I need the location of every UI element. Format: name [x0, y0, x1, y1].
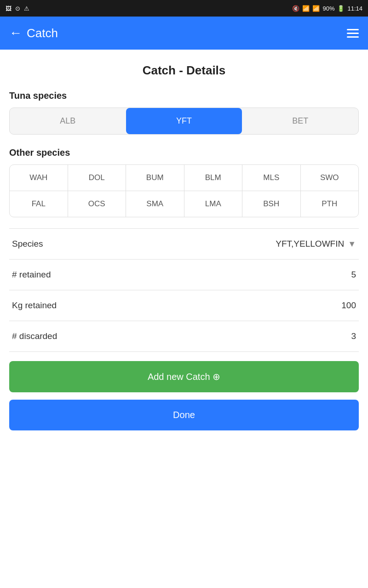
mute-icon: 🔇 — [292, 5, 299, 12]
tuna-option-alb[interactable]: ALB — [10, 108, 126, 134]
image-icon: 🖼 — [6, 5, 12, 12]
status-bar-left: 🖼 ⊙ ⚠ — [6, 5, 29, 12]
app-bar-title: Catch — [27, 26, 58, 40]
retained-count-label: # retained — [12, 270, 51, 280]
species-ocs[interactable]: OCS — [68, 191, 126, 217]
signal-icon: 📶 — [312, 5, 320, 12]
species-label: Species — [12, 239, 43, 249]
other-species-grid: WAH DOL BUM BLM MLS SWO FAL OCS SMA LMA … — [9, 164, 359, 217]
retained-count-row[interactable]: # retained 5 — [9, 260, 359, 290]
species-mls[interactable]: MLS — [242, 165, 301, 191]
other-species-label: Other species — [9, 147, 359, 158]
target-icon: ⊙ — [15, 5, 20, 12]
tuna-species-label: Tuna species — [9, 90, 359, 101]
battery-label: 90% — [322, 5, 334, 12]
species-pth[interactable]: PTH — [301, 191, 359, 217]
species-bsh[interactable]: BSH — [242, 191, 301, 217]
kg-retained-label: Kg retained — [12, 300, 57, 311]
detail-section: Species YFT,YELLOWFIN ▼ # retained 5 Kg … — [9, 228, 359, 352]
species-row-2: FAL OCS SMA LMA BSH PTH — [10, 191, 358, 217]
species-wah[interactable]: WAH — [10, 165, 68, 191]
discarded-count-label: # discarded — [12, 331, 57, 341]
back-button[interactable]: ← — [9, 26, 22, 40]
add-new-catch-button[interactable]: Add new Catch ⊕ — [9, 361, 359, 392]
app-bar: ← Catch — [0, 17, 368, 50]
warning-icon: ⚠ — [24, 5, 29, 12]
hamburger-menu-button[interactable] — [347, 29, 359, 38]
species-selected-value: YFT,YELLOWFIN — [276, 239, 344, 249]
main-content: Catch - Details Tuna species ALB YFT BET… — [0, 50, 368, 352]
species-detail-row[interactable]: Species YFT,YELLOWFIN ▼ — [9, 229, 359, 260]
done-button[interactable]: Done — [9, 400, 359, 430]
discarded-count-value: 3 — [351, 331, 356, 341]
battery-icon: 🔋 — [337, 5, 345, 12]
kg-retained-row[interactable]: Kg retained 100 — [9, 290, 359, 321]
wifi-icon: 📶 — [302, 5, 310, 12]
buttons-section: Add new Catch ⊕ Done — [0, 352, 368, 444]
species-lma[interactable]: LMA — [184, 191, 243, 217]
status-bar: 🖼 ⊙ ⚠ 🔇 📶 📶 90% 🔋 11:14 — [0, 0, 368, 17]
species-sma[interactable]: SMA — [126, 191, 184, 217]
species-swo[interactable]: SWO — [301, 165, 359, 191]
species-bum[interactable]: BUM — [126, 165, 184, 191]
discarded-count-row[interactable]: # discarded 3 — [9, 321, 359, 352]
species-fal[interactable]: FAL — [10, 191, 68, 217]
retained-count-value: 5 — [351, 270, 356, 280]
time-label: 11:14 — [347, 5, 362, 12]
species-value[interactable]: YFT,YELLOWFIN ▼ — [276, 239, 356, 249]
species-blm[interactable]: BLM — [184, 165, 243, 191]
tuna-option-bet[interactable]: BET — [242, 108, 358, 134]
species-row-1: WAH DOL BUM BLM MLS SWO — [10, 165, 358, 191]
species-dropdown-arrow: ▼ — [348, 239, 356, 249]
status-bar-right: 🔇 📶 📶 90% 🔋 11:14 — [292, 5, 362, 12]
tuna-species-toggle: ALB YFT BET — [9, 107, 359, 135]
app-bar-left: ← Catch — [9, 26, 58, 40]
page-title: Catch - Details — [9, 63, 359, 78]
kg-retained-value: 100 — [341, 300, 356, 311]
tuna-option-yft[interactable]: YFT — [126, 108, 242, 134]
species-dol[interactable]: DOL — [68, 165, 126, 191]
